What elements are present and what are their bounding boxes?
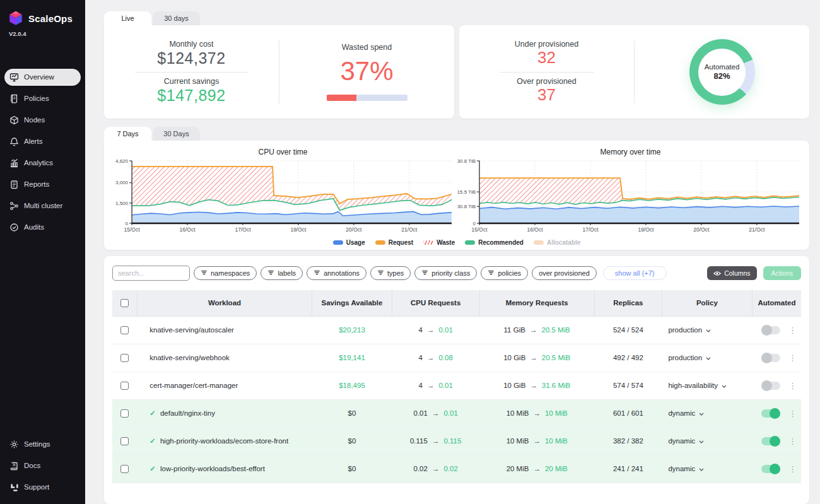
workload-cell[interactable]: cert-manager/cert-manager <box>137 372 312 399</box>
policy-select[interactable]: production <box>662 316 752 344</box>
column-header-policy[interactable]: Policy <box>662 290 752 316</box>
filter-pill-over-provisioned[interactable]: over provisioned <box>532 266 597 280</box>
legend-item-waste[interactable]: Waste <box>423 239 455 246</box>
row-menu-kebab-icon[interactable]: ⋮ <box>788 409 797 418</box>
row-menu-kebab-icon[interactable]: ⋮ <box>788 465 797 473</box>
row-menu-kebab-icon[interactable]: ⋮ <box>788 382 797 390</box>
table-row: ✓low-priority-workloads/best-effort$00.0… <box>112 455 801 483</box>
cpu-chart-box: CPU over time 4,6203,0001,500015/Oct16/O… <box>109 145 457 237</box>
tab-30-days[interactable]: 30 days <box>153 11 200 25</box>
policy-select[interactable]: dynamic <box>662 455 752 483</box>
column-header-memory-requests[interactable]: Memory Requests <box>479 290 594 316</box>
row-menu-kebab-icon[interactable]: ⋮ <box>788 354 797 362</box>
select-all-checkbox[interactable] <box>120 299 129 307</box>
policy-select[interactable]: high-availability <box>662 372 752 399</box>
column-header-workload[interactable]: Workload <box>137 290 312 316</box>
automated-label: Automated <box>705 63 740 71</box>
charts-section: 7 Days 30 Days CPU over time 4,6203,0001… <box>104 127 809 250</box>
row-checkbox[interactable] <box>120 354 129 362</box>
actions-button[interactable]: Actions <box>763 266 801 280</box>
sidebar-item-support[interactable]: Support <box>4 479 81 496</box>
toggle-knob <box>761 325 772 336</box>
workload-cell[interactable]: ✓default/nginx-tiny <box>137 399 312 427</box>
chevron-down-icon <box>706 329 711 332</box>
workload-cell[interactable]: ✓high-priority-workloads/ecom-store-fron… <box>137 427 312 455</box>
search-input[interactable] <box>112 266 190 281</box>
svg-text:4,620: 4,620 <box>115 158 129 164</box>
eye-icon <box>713 271 721 276</box>
table-row: knative-serving/autoscaler$20,2134→0.011… <box>112 316 801 344</box>
column-header-savings-available[interactable]: Savings Available <box>312 290 392 316</box>
tab-30-days-charts[interactable]: 30 Days <box>153 127 200 141</box>
filter-pill-policies[interactable]: policies <box>481 266 528 280</box>
workload-cell[interactable]: knative-serving/webhook <box>137 344 312 372</box>
filter-pill-priority-class[interactable]: priority class <box>414 266 477 280</box>
sidebar-item-label: Policies <box>24 95 49 102</box>
policy-select[interactable]: dynamic <box>662 427 752 455</box>
filter-pill-namespaces[interactable]: namespaces <box>194 266 257 280</box>
columns-button[interactable]: Columns <box>707 266 756 280</box>
row-checkbox[interactable] <box>120 326 129 334</box>
sidebar-item-reports[interactable]: Reports <box>4 176 81 193</box>
row-checkbox[interactable] <box>120 409 129 418</box>
sidebar-item-label: Reports <box>24 180 49 188</box>
replicas-cell: 601 / 601 <box>594 399 662 427</box>
sidebar-item-multi-cluster[interactable]: Multi cluster <box>4 197 81 214</box>
sidebar-item-audits[interactable]: Audits <box>4 219 81 236</box>
filter-pill-labels[interactable]: labels <box>261 266 303 280</box>
row-menu-kebab-icon[interactable]: ⋮ <box>788 437 797 445</box>
table-row: ✓default/nginx-tiny$00.01→0.0110 MiB→10 … <box>112 399 801 427</box>
automated-toggle[interactable] <box>761 354 780 362</box>
automated-toggle[interactable] <box>761 326 780 334</box>
legend-item-recommended[interactable]: Recommended <box>465 239 524 246</box>
sidebar-item-nodes[interactable]: Nodes <box>4 112 81 129</box>
row-checkbox[interactable] <box>120 437 129 445</box>
filter-pill-label: policies <box>498 269 521 277</box>
sidebar-item-docs[interactable]: Docs <box>4 457 81 474</box>
legend-item-allocatable[interactable]: Allocatable <box>534 239 580 246</box>
filter-pill-types[interactable]: types <box>370 266 411 280</box>
column-header-replicas[interactable]: Replicas <box>594 290 662 316</box>
automated-toggle[interactable] <box>761 465 780 473</box>
sidebar-item-label: Alerts <box>24 138 42 145</box>
filter-pill-annotations[interactable]: annotations <box>307 266 366 280</box>
policy-select[interactable]: dynamic <box>662 399 752 427</box>
memory-requests-cell: 10 MiB→10 MiB <box>479 399 594 427</box>
brand: ScaleOps <box>0 0 85 29</box>
replicas-cell: 524 / 524 <box>594 316 662 344</box>
show-all-button[interactable]: show all (+7) <box>603 266 667 280</box>
table-header: WorkloadSavings AvailableCPU RequestsMem… <box>112 290 801 316</box>
filter-icon <box>201 270 208 276</box>
row-checkbox[interactable] <box>120 382 129 390</box>
cpu-chart: 4,6203,0001,500015/Oct16/Oct17/Oct19/Oct… <box>109 158 457 235</box>
sidebar-item-overview[interactable]: Overview <box>4 69 81 86</box>
sidebar-item-policies[interactable]: Policies <box>4 90 81 107</box>
tab-live[interactable]: Live <box>104 11 151 25</box>
tab-7-days[interactable]: 7 Days <box>104 127 151 141</box>
filter-pill-label: types <box>387 269 404 277</box>
automated-donut-center: Automated 82% <box>698 49 746 96</box>
workload-name: high-priority-workloads/ecom-store-front <box>160 437 288 445</box>
optimized-check-icon: ✓ <box>149 409 156 417</box>
sidebar-item-settings[interactable]: Settings <box>4 436 81 453</box>
current-savings-value: $147,892 <box>157 86 225 105</box>
legend-item-usage[interactable]: Usage <box>333 239 365 246</box>
policy-select[interactable]: production <box>662 344 752 372</box>
sidebar-nav: OverviewPoliciesNodesAlertsAnalyticsRepo… <box>0 66 85 238</box>
legend-item-request[interactable]: Request <box>375 239 413 246</box>
filter-icon <box>377 270 384 276</box>
chevron-down-icon <box>699 413 704 416</box>
sidebar-item-analytics[interactable]: Analytics <box>4 155 81 172</box>
column-header-cpu-requests[interactable]: CPU Requests <box>392 290 479 316</box>
automated-toggle[interactable] <box>761 409 780 418</box>
provisioning-card: Under provisioned 32 Over provisioned 37… <box>459 25 809 119</box>
row-menu-kebab-icon[interactable]: ⋮ <box>788 326 797 334</box>
workload-cell[interactable]: ✓low-priority-workloads/best-effort <box>137 455 312 483</box>
sidebar-item-alerts[interactable]: Alerts <box>4 133 81 150</box>
automated-toggle[interactable] <box>761 437 780 445</box>
column-header-automated[interactable]: Automated <box>752 290 801 316</box>
workload-cell[interactable]: knative-serving/autoscaler <box>137 316 312 344</box>
row-checkbox[interactable] <box>120 465 129 473</box>
support-icon <box>9 483 19 492</box>
automated-toggle[interactable] <box>761 382 780 390</box>
